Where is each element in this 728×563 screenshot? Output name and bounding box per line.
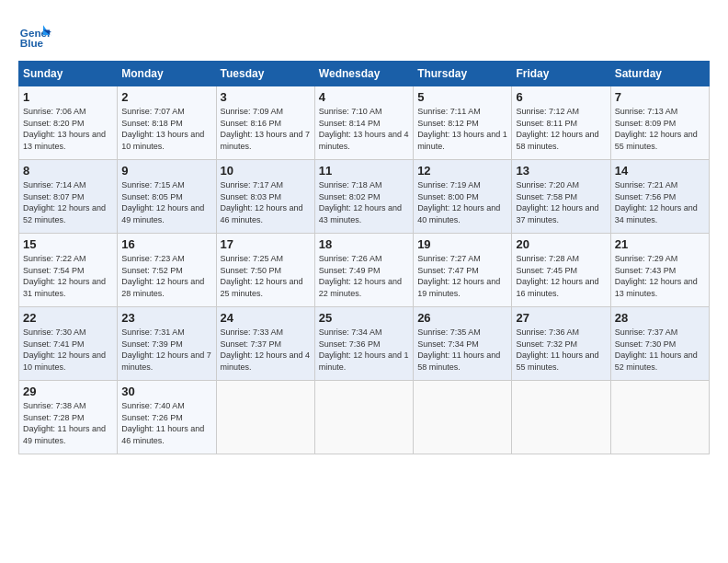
calendar-cell: 16Sunrise: 7:23 AMSunset: 7:52 PMDayligh… xyxy=(118,234,216,307)
day-number: 9 xyxy=(121,164,211,178)
calendar-cell: 8Sunrise: 7:14 AMSunset: 8:07 PMDaylight… xyxy=(19,160,118,234)
day-detail: Sunrise: 7:07 AMSunset: 8:18 PMDaylight:… xyxy=(121,106,211,152)
weekday-header-monday: Monday xyxy=(118,62,216,86)
day-number: 13 xyxy=(516,164,606,178)
day-number: 11 xyxy=(319,164,409,178)
calendar-cell xyxy=(610,381,709,454)
day-detail: Sunrise: 7:12 AMSunset: 8:11 PMDaylight:… xyxy=(516,106,606,152)
day-number: 22 xyxy=(23,311,113,325)
calendar-cell: 14Sunrise: 7:21 AMSunset: 7:56 PMDayligh… xyxy=(610,160,709,234)
calendar-cell: 4Sunrise: 7:10 AMSunset: 8:14 PMDaylight… xyxy=(314,86,413,160)
svg-text:Blue: Blue xyxy=(20,37,44,49)
day-number: 6 xyxy=(516,90,606,104)
calendar-cell xyxy=(216,381,314,454)
day-detail: Sunrise: 7:29 AMSunset: 7:43 PMDaylight:… xyxy=(615,253,705,299)
day-number: 20 xyxy=(516,237,606,251)
calendar-cell: 20Sunrise: 7:28 AMSunset: 7:45 PMDayligh… xyxy=(512,234,610,307)
day-detail: Sunrise: 7:20 AMSunset: 7:58 PMDaylight:… xyxy=(516,179,606,225)
day-number: 23 xyxy=(121,311,211,325)
day-detail: Sunrise: 7:40 AMSunset: 7:26 PMDaylight:… xyxy=(121,400,211,446)
page-header: General Blue xyxy=(18,18,710,52)
calendar-cell: 22Sunrise: 7:30 AMSunset: 7:41 PMDayligh… xyxy=(19,307,118,381)
calendar-cell: 25Sunrise: 7:34 AMSunset: 7:36 PMDayligh… xyxy=(314,307,413,381)
day-detail: Sunrise: 7:15 AMSunset: 8:05 PMDaylight:… xyxy=(121,179,211,225)
calendar-cell: 6Sunrise: 7:12 AMSunset: 8:11 PMDaylight… xyxy=(512,86,610,160)
day-number: 21 xyxy=(615,237,705,251)
calendar-cell: 3Sunrise: 7:09 AMSunset: 8:16 PMDaylight… xyxy=(216,86,314,160)
day-number: 15 xyxy=(23,237,113,251)
day-detail: Sunrise: 7:36 AMSunset: 7:32 PMDaylight:… xyxy=(516,327,606,373)
calendar-cell: 18Sunrise: 7:26 AMSunset: 7:49 PMDayligh… xyxy=(314,234,413,307)
day-number: 26 xyxy=(417,311,507,325)
day-number: 17 xyxy=(221,237,311,251)
weekday-header-thursday: Thursday xyxy=(414,62,512,86)
calendar-cell xyxy=(512,381,610,454)
weekday-header-friday: Friday xyxy=(512,62,610,86)
calendar-cell: 9Sunrise: 7:15 AMSunset: 8:05 PMDaylight… xyxy=(118,160,216,234)
day-number: 1 xyxy=(23,90,113,104)
day-detail: Sunrise: 7:30 AMSunset: 7:41 PMDaylight:… xyxy=(23,327,113,373)
calendar-cell: 19Sunrise: 7:27 AMSunset: 7:47 PMDayligh… xyxy=(414,234,512,307)
day-number: 29 xyxy=(23,385,113,398)
calendar-cell: 12Sunrise: 7:19 AMSunset: 8:00 PMDayligh… xyxy=(414,160,512,234)
calendar-cell: 21Sunrise: 7:29 AMSunset: 7:43 PMDayligh… xyxy=(610,234,709,307)
logo-icon: General Blue xyxy=(18,18,51,52)
calendar-cell: 28Sunrise: 7:37 AMSunset: 7:30 PMDayligh… xyxy=(610,307,709,381)
day-number: 18 xyxy=(319,237,409,251)
day-number: 12 xyxy=(417,164,507,178)
day-detail: Sunrise: 7:09 AMSunset: 8:16 PMDaylight:… xyxy=(221,106,311,152)
day-number: 10 xyxy=(221,164,311,178)
calendar-cell: 1Sunrise: 7:06 AMSunset: 8:20 PMDaylight… xyxy=(19,86,118,160)
calendar-cell: 7Sunrise: 7:13 AMSunset: 8:09 PMDaylight… xyxy=(610,86,709,160)
day-detail: Sunrise: 7:17 AMSunset: 8:03 PMDaylight:… xyxy=(221,179,311,225)
calendar-cell: 10Sunrise: 7:17 AMSunset: 8:03 PMDayligh… xyxy=(216,160,314,234)
day-number: 3 xyxy=(221,90,311,104)
calendar-cell: 2Sunrise: 7:07 AMSunset: 8:18 PMDaylight… xyxy=(118,86,216,160)
calendar-cell: 24Sunrise: 7:33 AMSunset: 7:37 PMDayligh… xyxy=(216,307,314,381)
calendar-cell: 15Sunrise: 7:22 AMSunset: 7:54 PMDayligh… xyxy=(19,234,118,307)
weekday-header-wednesday: Wednesday xyxy=(314,62,413,86)
day-number: 27 xyxy=(516,311,606,325)
day-number: 16 xyxy=(121,237,211,251)
calendar-cell: 13Sunrise: 7:20 AMSunset: 7:58 PMDayligh… xyxy=(512,160,610,234)
calendar-cell: 26Sunrise: 7:35 AMSunset: 7:34 PMDayligh… xyxy=(414,307,512,381)
day-number: 14 xyxy=(615,164,705,178)
day-detail: Sunrise: 7:19 AMSunset: 8:00 PMDaylight:… xyxy=(417,179,507,225)
calendar-cell: 30Sunrise: 7:40 AMSunset: 7:26 PMDayligh… xyxy=(118,381,216,454)
day-detail: Sunrise: 7:35 AMSunset: 7:34 PMDaylight:… xyxy=(417,327,507,373)
calendar-cell: 11Sunrise: 7:18 AMSunset: 8:02 PMDayligh… xyxy=(314,160,413,234)
calendar-table: SundayMondayTuesdayWednesdayThursdayFrid… xyxy=(18,61,710,454)
calendar-cell: 17Sunrise: 7:25 AMSunset: 7:50 PMDayligh… xyxy=(216,234,314,307)
day-number: 4 xyxy=(319,90,409,104)
day-number: 8 xyxy=(23,164,113,178)
day-detail: Sunrise: 7:13 AMSunset: 8:09 PMDaylight:… xyxy=(615,106,705,152)
day-number: 19 xyxy=(417,237,507,251)
weekday-header-saturday: Saturday xyxy=(610,62,709,86)
day-detail: Sunrise: 7:38 AMSunset: 7:28 PMDaylight:… xyxy=(23,400,113,446)
calendar-cell: 29Sunrise: 7:38 AMSunset: 7:28 PMDayligh… xyxy=(19,381,118,454)
day-number: 25 xyxy=(319,311,409,325)
day-detail: Sunrise: 7:37 AMSunset: 7:30 PMDaylight:… xyxy=(615,327,705,373)
calendar-cell: 23Sunrise: 7:31 AMSunset: 7:39 PMDayligh… xyxy=(118,307,216,381)
day-detail: Sunrise: 7:34 AMSunset: 7:36 PMDaylight:… xyxy=(319,327,409,373)
calendar-cell xyxy=(414,381,512,454)
calendar-cell: 27Sunrise: 7:36 AMSunset: 7:32 PMDayligh… xyxy=(512,307,610,381)
day-detail: Sunrise: 7:28 AMSunset: 7:45 PMDaylight:… xyxy=(516,253,606,299)
day-detail: Sunrise: 7:11 AMSunset: 8:12 PMDaylight:… xyxy=(417,106,507,152)
day-number: 5 xyxy=(417,90,507,104)
day-number: 2 xyxy=(121,90,211,104)
logo: General Blue xyxy=(18,18,57,52)
day-detail: Sunrise: 7:26 AMSunset: 7:49 PMDaylight:… xyxy=(319,253,409,299)
day-number: 7 xyxy=(615,90,705,104)
day-number: 28 xyxy=(615,311,705,325)
day-detail: Sunrise: 7:31 AMSunset: 7:39 PMDaylight:… xyxy=(121,327,211,373)
weekday-header-sunday: Sunday xyxy=(19,62,118,86)
day-detail: Sunrise: 7:33 AMSunset: 7:37 PMDaylight:… xyxy=(221,327,311,373)
calendar-cell xyxy=(314,381,413,454)
calendar-cell: 5Sunrise: 7:11 AMSunset: 8:12 PMDaylight… xyxy=(414,86,512,160)
day-detail: Sunrise: 7:21 AMSunset: 7:56 PMDaylight:… xyxy=(615,179,705,225)
day-detail: Sunrise: 7:18 AMSunset: 8:02 PMDaylight:… xyxy=(319,179,409,225)
weekday-header-tuesday: Tuesday xyxy=(216,62,314,86)
day-detail: Sunrise: 7:23 AMSunset: 7:52 PMDaylight:… xyxy=(121,253,211,299)
day-number: 24 xyxy=(221,311,311,325)
